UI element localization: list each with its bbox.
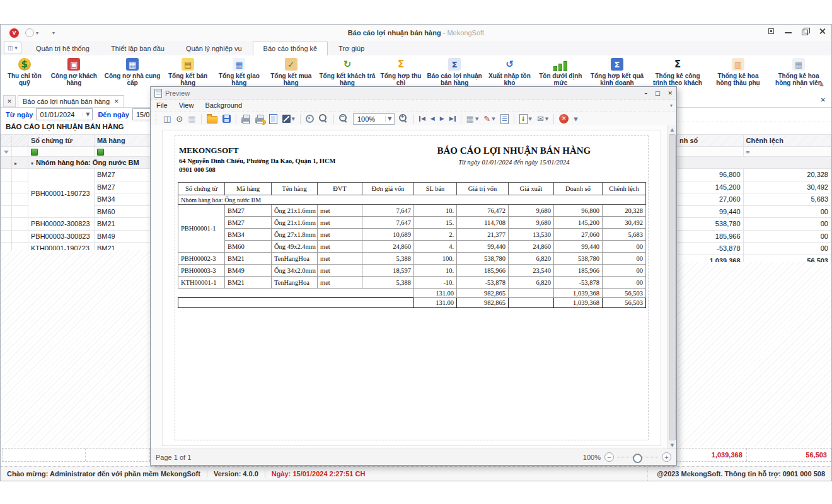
quick-access-overflow-icon[interactable]: ▾ bbox=[52, 30, 55, 36]
zoom-in-icon[interactable] bbox=[396, 113, 411, 125]
filter-cell[interactable]: = bbox=[743, 147, 831, 157]
ribbon-tab-2[interactable]: Quản lý nghiệp vụ bbox=[175, 42, 253, 55]
email-icon[interactable]: ✉▼ bbox=[534, 113, 551, 124]
preview-maximize-icon[interactable]: □ bbox=[655, 90, 661, 96]
table-row[interactable]: 538,78000 bbox=[677, 218, 831, 231]
purchase-summary-button[interactable]: ✓Tổng kết mua hàng bbox=[267, 57, 316, 86]
preview-minimize-icon[interactable]: – bbox=[644, 90, 647, 96]
open-icon[interactable] bbox=[204, 113, 220, 125]
value-cell[interactable]: 00 bbox=[743, 218, 831, 231]
ribbon-tab-0[interactable]: Quản trị hệ thống bbox=[25, 42, 100, 55]
item-code-cell[interactable]: BM27 bbox=[95, 181, 154, 193]
filter-cell[interactable] bbox=[95, 147, 154, 157]
income-expense-button[interactable]: ΣTổng hợp thu chi bbox=[379, 57, 423, 86]
close-preview-icon[interactable]: ✕ bbox=[557, 113, 571, 125]
value-cell[interactable]: 145,200 bbox=[677, 181, 744, 193]
profit-report-button[interactable]: ΣBáo cáo lợi nhuận bán hàng bbox=[425, 57, 483, 86]
returns-summary-button[interactable]: ↻Tổng kết khách trả hàng bbox=[318, 57, 376, 86]
item-code-cell[interactable]: BM60 bbox=[95, 205, 154, 218]
chevron-down-icon[interactable]: ▼ bbox=[385, 116, 394, 122]
toolbar-overflow-icon[interactable]: ▾ bbox=[571, 113, 581, 124]
voucher-cell[interactable]: PBH00002-300823 bbox=[28, 218, 95, 231]
next-page-icon[interactable]: ▶ bbox=[437, 115, 447, 123]
value-cell[interactable]: 5,683 bbox=[743, 193, 831, 206]
value-cell[interactable]: 99,440 bbox=[677, 205, 744, 218]
scale-icon[interactable]: ▼ bbox=[280, 113, 298, 124]
menu-overflow-icon[interactable]: ▾ bbox=[670, 103, 673, 108]
zoom-slider[interactable] bbox=[618, 457, 658, 458]
print-icon[interactable] bbox=[239, 113, 253, 124]
sales-summary-button[interactable]: ▤Tổng kết bán hàng bbox=[164, 57, 212, 86]
filter-cell[interactable] bbox=[677, 147, 744, 157]
column-header[interactable]: Chênh lệch bbox=[743, 135, 831, 147]
column-header[interactable]: Số chứng từ bbox=[28, 135, 95, 147]
zoom-out-icon[interactable] bbox=[337, 113, 351, 125]
value-cell[interactable]: 00 bbox=[743, 243, 831, 255]
window-layout-button[interactable]: ◫ ▾ bbox=[4, 42, 21, 54]
minimize-icon[interactable] bbox=[784, 27, 792, 35]
close-icon[interactable] bbox=[818, 27, 826, 35]
highlight-icon[interactable]: ✎▼ bbox=[481, 113, 497, 124]
zoom-out-button[interactable]: − bbox=[604, 452, 614, 462]
table-row[interactable]: 145,20030,492 bbox=[677, 181, 831, 193]
voucher-cell[interactable]: PBH00003-300823 bbox=[28, 230, 95, 243]
zoom-in-button[interactable]: + bbox=[662, 452, 671, 462]
first-page-icon[interactable]: ◀ bbox=[417, 115, 428, 123]
menu-view[interactable]: View bbox=[173, 101, 200, 109]
value-cell[interactable]: 00 bbox=[743, 205, 831, 218]
item-code-cell[interactable]: BM49 bbox=[95, 230, 154, 243]
restore-icon[interactable] bbox=[801, 27, 809, 35]
business-result-button[interactable]: ΣTổng hợp kết quả kinh doanh bbox=[588, 57, 646, 86]
chevron-down-icon[interactable]: ▾ bbox=[36, 30, 38, 36]
ribbon-tab-4[interactable]: Trợ giúp bbox=[328, 42, 375, 55]
hand-tool-icon[interactable] bbox=[303, 113, 316, 124]
last-page-icon[interactable]: ▶ bbox=[447, 115, 458, 123]
table-row[interactable]: 96,80020,328 bbox=[677, 169, 831, 181]
ribbon-tab-3[interactable]: Báo cáo thống kê bbox=[253, 42, 328, 55]
customer-debt-button[interactable]: ▣Công nợ khách hàng bbox=[47, 57, 101, 86]
chevron-down-icon[interactable]: ▼ bbox=[83, 112, 92, 117]
voucher-cell[interactable]: PBH00001-190723 bbox=[28, 169, 95, 218]
find-icon[interactable]: ⊙ bbox=[173, 113, 185, 124]
tabstrip-close-icon[interactable]: ✕ bbox=[3, 95, 16, 107]
document-map-icon[interactable] bbox=[498, 113, 511, 125]
filter-cell[interactable] bbox=[28, 147, 95, 157]
menu-background[interactable]: Background bbox=[199, 101, 248, 109]
column-header[interactable]: Mã hàng bbox=[95, 135, 154, 147]
scrollbar-thumb[interactable] bbox=[669, 134, 676, 440]
preview-close-icon[interactable]: ✕ bbox=[667, 90, 673, 96]
preview-titlebar[interactable]: Preview – □ ✕ bbox=[151, 87, 676, 100]
scroll-up-icon[interactable]: ▲ bbox=[668, 125, 676, 134]
item-code-cell[interactable]: BM27 bbox=[95, 169, 154, 181]
value-cell[interactable]: 96,800 bbox=[677, 169, 744, 181]
table-row[interactable]: PBH00003-300823BM49 bbox=[1, 230, 154, 243]
page-setup-icon[interactable]: ◫ bbox=[161, 113, 173, 124]
inventory-button[interactable]: ↺Xuất nhập tồn kho bbox=[486, 57, 533, 86]
value-cell[interactable]: 185,966 bbox=[677, 230, 744, 243]
supplier-debt-button[interactable]: ▦Công nợ nhà cung cấp bbox=[103, 57, 161, 86]
table-row[interactable]: PBH00002-300823BM21 bbox=[1, 218, 154, 231]
table-row[interactable]: 99,44000 bbox=[677, 205, 831, 218]
table-row[interactable]: -53,87800 bbox=[677, 243, 831, 255]
menu-file[interactable]: File bbox=[151, 101, 173, 109]
item-code-cell[interactable]: BM34 bbox=[95, 193, 154, 206]
save-icon[interactable] bbox=[220, 113, 233, 124]
value-cell[interactable]: -53,878 bbox=[677, 243, 744, 255]
value-cell[interactable]: 538,780 bbox=[677, 218, 744, 231]
subcontractor-commission-button[interactable]: ▥Thống kê hoa hồng thầu phụ bbox=[709, 57, 767, 86]
export-icon[interactable]: ↓▼ bbox=[517, 113, 534, 125]
value-cell[interactable]: 00 bbox=[743, 230, 831, 243]
from-date-input[interactable]: 01/01/2024 ▼ bbox=[36, 108, 93, 120]
panel-close-icon[interactable]: ✕ bbox=[821, 96, 826, 103]
quick-access-button[interactable] bbox=[25, 28, 34, 37]
zoom-level-combo[interactable]: 100%▼ bbox=[353, 113, 395, 125]
delivery-summary-button[interactable]: ▦Tổng kết giao hàng bbox=[214, 57, 263, 86]
zoom-slider-thumb[interactable] bbox=[633, 454, 642, 463]
ribbon-collapse-icon[interactable]: ▲ bbox=[819, 81, 824, 87]
fullscreen-icon[interactable] bbox=[767, 27, 775, 35]
item-code-cell[interactable]: BM21 bbox=[95, 218, 154, 231]
prev-page-icon[interactable]: ◀ bbox=[428, 115, 437, 123]
value-cell[interactable]: 27,060 bbox=[677, 193, 744, 206]
low-stock-button[interactable]: Tồn dưới định mức bbox=[536, 57, 586, 86]
coins-button[interactable]: $Thu chi tồn quỹ bbox=[4, 57, 45, 86]
